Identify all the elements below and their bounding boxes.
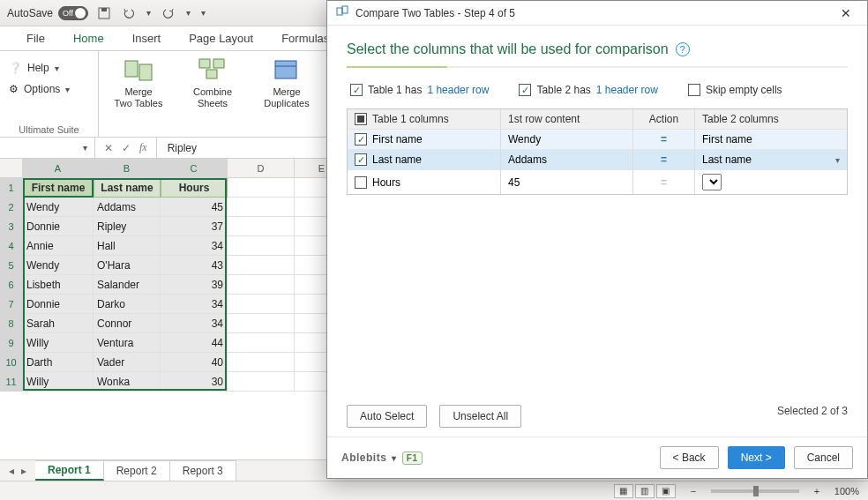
table2-column-select[interactable] [695,170,847,194]
table-cell[interactable]: 34 [161,314,228,333]
save-icon[interactable] [97,6,111,20]
row-header[interactable]: 7 [0,295,23,314]
select-all-triangle[interactable] [0,159,23,178]
table-cell[interactable]: Wendy [23,198,94,217]
sheet-tab[interactable]: Report 2 [104,460,170,481]
name-box[interactable]: ▾ [0,138,95,158]
table-cell[interactable]: Darko [94,295,161,314]
select-all-columns-checkbox[interactable] [355,113,367,125]
brand-label[interactable]: Ablebits ▾ F1 [341,451,423,465]
table-cell[interactable]: Ventura [94,333,161,353]
table-cell[interactable]: Hall [94,236,161,256]
table-cell[interactable]: Donnie [23,295,94,314]
table-cell[interactable]: Willy [23,333,94,353]
row-header[interactable]: 4 [0,236,23,256]
help-icon[interactable]: ? [676,42,690,56]
table-cell[interactable]: O'Hara [94,256,161,275]
table2-header-row-link[interactable]: 1 header row [596,84,658,96]
table1-header-row-link[interactable]: 1 header row [427,84,489,96]
table-cell[interactable]: Ripley [94,217,161,236]
table-cell[interactable]: Sarah [23,314,94,333]
row-header[interactable]: 3 [0,217,23,236]
row-header[interactable]: 6 [0,275,23,295]
view-buttons[interactable]: ▦ ▥ ▣ [614,484,676,498]
auto-select-button[interactable]: Auto Select [347,405,427,428]
qat-customize-icon[interactable]: ▾ [201,8,206,18]
table-cell[interactable]: Donnie [23,217,94,236]
table-cell[interactable]: Willy [23,372,94,392]
page-break-view-icon[interactable]: ▣ [656,484,676,498]
cancel-button[interactable]: Cancel [794,446,853,469]
skip-empty-cells-checkbox[interactable]: Skip empty cells [688,84,782,96]
autosave-toggle[interactable]: Off [58,6,88,20]
unselect-all-button[interactable]: Unselect All [439,405,521,428]
fx-icon[interactable]: fx [139,141,147,154]
zoom-slider[interactable] [711,489,799,493]
table-cell[interactable]: Annie [23,236,94,256]
help-button[interactable]: ❔ Help ▾ [9,58,59,78]
table-cell[interactable]: 39 [161,275,228,295]
back-button[interactable]: < Back [660,446,719,469]
table-cell[interactable]: 43 [161,256,228,275]
merge-two-tables-button[interactable]: Merge Two Tables [108,55,169,108]
column-header[interactable]: C [161,159,228,178]
zoom-in-button[interactable]: + [812,486,822,496]
undo-dropdown-icon[interactable]: ▾ [146,8,151,18]
table-cell[interactable]: 40 [161,353,228,372]
tab-insert[interactable]: Insert [118,26,176,50]
sheet-tab[interactable]: Report 1 [35,460,104,481]
table-cell[interactable]: 44 [161,333,228,353]
table2-column-select[interactable]: Last name▾ [695,150,847,169]
table-header-cell[interactable]: First name [23,178,94,198]
table-cell[interactable]: 34 [161,295,228,314]
table-cell[interactable]: 37 [161,217,228,236]
next-button[interactable]: Next > [728,446,785,469]
checkbox-unchecked-icon[interactable] [355,176,367,189]
normal-view-icon[interactable]: ▦ [614,484,633,498]
table-cell[interactable]: 30 [161,372,228,392]
column-header[interactable]: A [23,159,94,178]
zoom-level[interactable]: 100% [834,486,859,496]
table-cell[interactable]: Wendy [23,256,94,275]
comparison-row[interactable]: ✓Last nameAddams=Last name▾ [348,149,847,169]
comparison-row[interactable]: ✓First nameWendy=First name [348,129,847,149]
row-header[interactable]: 8 [0,314,23,333]
row-header[interactable]: 10 [0,353,23,372]
row-header[interactable]: 11 [0,372,23,392]
undo-icon[interactable] [122,6,136,20]
table-cell[interactable]: Addams [94,198,161,217]
page-layout-view-icon[interactable]: ▥ [635,484,655,498]
sheet-tab-nav[interactable]: ◂ ▸ [0,460,35,481]
table2-column-select[interactable]: First name [695,130,847,149]
table-cell[interactable]: Connor [94,314,161,333]
row-header[interactable]: 2 [0,198,23,217]
chevron-right-icon[interactable]: ▸ [21,465,26,477]
table-cell[interactable]: Lisbeth [23,275,94,295]
column-header[interactable]: B [94,159,161,178]
table-header-cell[interactable]: Last name [94,178,161,198]
checkbox-checked-icon[interactable]: ✓ [355,153,367,166]
f1-help-badge[interactable]: F1 [402,451,423,465]
redo-icon[interactable] [161,6,176,20]
formula-bar-value[interactable]: Ripley [157,142,197,154]
row-header[interactable]: 9 [0,333,23,353]
tab-page-layout[interactable]: Page Layout [175,26,267,50]
combine-sheets-button[interactable]: Combine Sheets [182,55,243,108]
options-button[interactable]: ⚙ Options ▾ [9,79,70,99]
row-header[interactable]: 1 [0,178,23,198]
tab-file[interactable]: File [12,26,59,50]
dialog-titlebar[interactable]: Compare Two Tables - Step 4 of 5 ✕ [327,1,867,26]
table1-header-row-checkbox[interactable]: ✓ Table 1 has 1 header row [350,84,489,96]
sheet-tab[interactable]: Report 3 [170,460,236,481]
comparison-row[interactable]: Hours45= [348,169,847,194]
merge-duplicates-button[interactable]: Merge Duplicates [256,55,318,108]
accept-edit-icon[interactable]: ✓ [122,142,131,154]
redo-dropdown-icon[interactable]: ▾ [186,8,191,18]
close-button[interactable]: ✕ [834,1,858,26]
table-header-cell[interactable]: Hours [161,178,228,198]
table-cell[interactable]: 45 [161,198,228,217]
table2-header-row-checkbox[interactable]: ✓ Table 2 has 1 header row [519,84,657,96]
table-cell[interactable]: 34 [161,236,228,256]
autosave-control[interactable]: AutoSave Off [7,6,88,20]
table-cell[interactable]: Wonka [94,372,161,392]
